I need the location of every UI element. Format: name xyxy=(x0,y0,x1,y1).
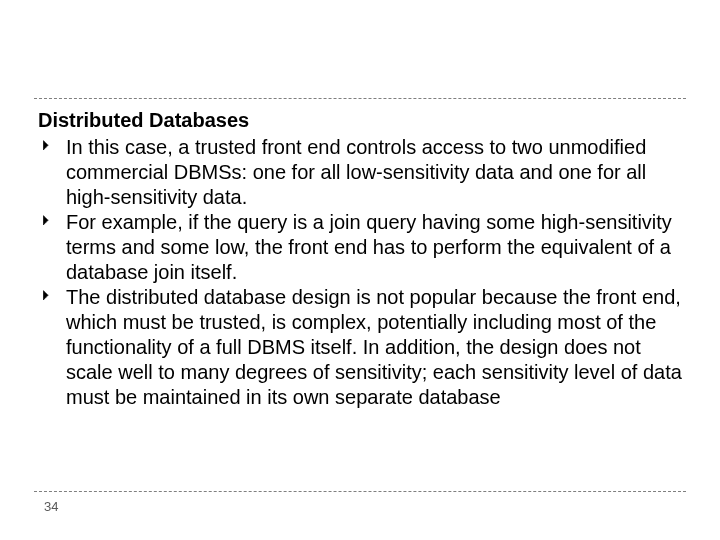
page-number: 34 xyxy=(44,499,58,514)
divider-top xyxy=(34,98,686,99)
list-item: The distributed database design is not p… xyxy=(38,285,682,410)
slide-heading: Distributed Databases xyxy=(38,108,682,133)
list-item: For example, if the query is a join quer… xyxy=(38,210,682,285)
slide-content: Distributed Databases In this case, a tr… xyxy=(38,108,682,410)
list-item: In this case, a trusted front end contro… xyxy=(38,135,682,210)
bullet-text: In this case, a trusted front end contro… xyxy=(66,136,646,208)
bullet-text: For example, if the query is a join quer… xyxy=(66,211,672,283)
bullet-text: The distributed database design is not p… xyxy=(66,286,682,408)
slide: Distributed Databases In this case, a tr… xyxy=(0,0,720,540)
bullet-list: In this case, a trusted front end contro… xyxy=(38,135,682,410)
divider-bottom xyxy=(34,491,686,492)
